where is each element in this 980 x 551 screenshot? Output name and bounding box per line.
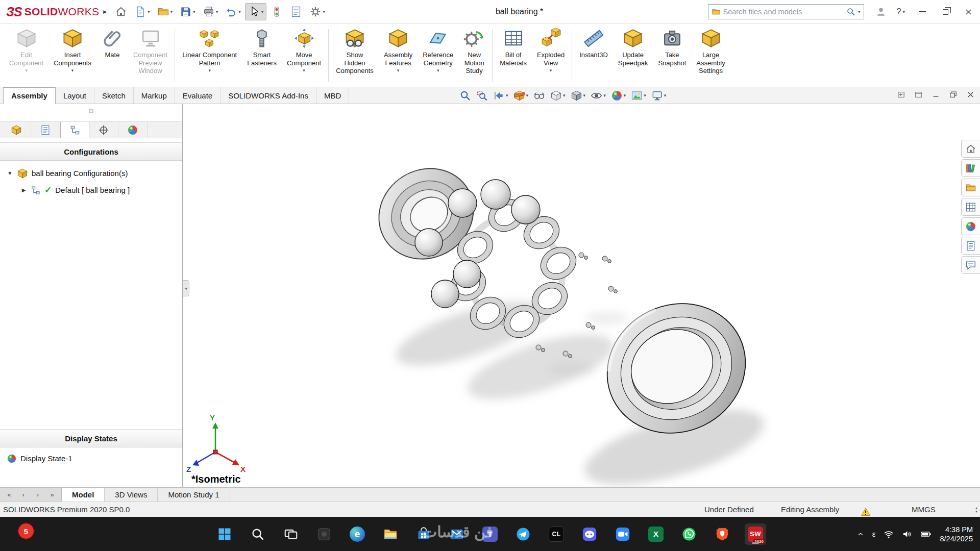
- edit-appearance-button[interactable]: ▾: [611, 90, 626, 102]
- tab-evaluate[interactable]: Evaluate: [175, 87, 220, 104]
- previous-tab-button[interactable]: ‹: [16, 488, 31, 502]
- minimize-button[interactable]: [911, 0, 934, 23]
- mate-button[interactable]: Mate: [96, 24, 128, 87]
- zoom-to-fit-button[interactable]: [459, 90, 471, 102]
- reference-geometry-button[interactable]: ReferenceGeometry▾: [418, 24, 458, 87]
- help-dropdown-caret[interactable]: ▾: [902, 10, 905, 14]
- edge-icon[interactable]: e: [347, 523, 368, 545]
- dropdown-caret-icon[interactable]: ▾: [216, 10, 218, 14]
- print-button[interactable]: ▾: [200, 3, 222, 20]
- dropdown-caret-icon[interactable]: ▾: [644, 93, 646, 98]
- document-float-button[interactable]: [914, 90, 923, 101]
- move-component-button[interactable]: MoveComponent▾: [282, 24, 326, 87]
- toolbar-expand-icon[interactable]: ▶: [103, 9, 107, 14]
- new-document-button[interactable]: ▾: [131, 3, 153, 20]
- dropdown-caret-icon[interactable]: ▾: [397, 68, 400, 73]
- show-hidden-components-button[interactable]: ShowHiddenComponents: [331, 24, 379, 87]
- close-button[interactable]: [957, 0, 980, 23]
- tree-item-default-configuration[interactable]: ▶ ✓ Default [ ball bearing ]: [0, 182, 182, 198]
- dropdown-caret-icon[interactable]: ▾: [323, 10, 325, 14]
- section-view-button[interactable]: ▾: [513, 90, 529, 102]
- language-indicator[interactable]: ε: [872, 530, 876, 538]
- dropdown-caret-icon[interactable]: ▾: [208, 68, 211, 73]
- task-report-button[interactable]: [287, 3, 305, 20]
- collapse-icon[interactable]: ▼: [7, 170, 13, 176]
- file-explorer-tab[interactable]: [961, 179, 980, 196]
- telegram-icon[interactable]: [512, 523, 534, 545]
- dropdown-caret-icon[interactable]: ▾: [526, 93, 529, 98]
- propertymanager-tab[interactable]: [31, 122, 60, 138]
- featuremanager-tab[interactable]: [2, 122, 31, 138]
- start-icon[interactable]: [214, 523, 235, 545]
- view-orientation-button[interactable]: ▾: [550, 90, 566, 102]
- dropdown-caret-icon[interactable]: ▾: [71, 68, 74, 73]
- document-dock-button[interactable]: [897, 90, 905, 101]
- dropdown-caret-icon[interactable]: ▾: [583, 93, 586, 98]
- document-close-button[interactable]: [966, 90, 975, 101]
- search-input[interactable]: [723, 8, 844, 16]
- search-box[interactable]: ▾: [708, 4, 864, 19]
- bill-of-materials-button[interactable]: Bill ofMaterials: [495, 24, 532, 87]
- appearances-scenes-tab[interactable]: [961, 217, 980, 235]
- user-avatar-icon[interactable]: [875, 6, 887, 17]
- view-palette-tab[interactable]: [961, 198, 980, 216]
- dropdown-caret-icon[interactable]: ▾: [550, 68, 552, 73]
- design-library-tab[interactable]: [961, 159, 980, 177]
- clock[interactable]: 4:38 PM 8/24/2025: [940, 525, 973, 543]
- volume-icon[interactable]: [902, 529, 912, 539]
- large-assembly-settings-button[interactable]: LargeAssemblySettings: [691, 24, 730, 87]
- search-dropdown-caret[interactable]: ▾: [858, 10, 861, 14]
- document-minimize-button[interactable]: [932, 90, 940, 101]
- maximize-button[interactable]: [934, 0, 957, 23]
- tab-model[interactable]: Model: [62, 488, 105, 502]
- units-label[interactable]: MMGS: [912, 502, 936, 517]
- notification-badge[interactable]: 5: [18, 523, 34, 539]
- dropdown-caret-icon[interactable]: ▾: [238, 10, 241, 14]
- document-restore-button[interactable]: [949, 90, 958, 101]
- dropdown-caret-icon[interactable]: ▾: [148, 10, 150, 14]
- brave-icon[interactable]: [712, 523, 733, 545]
- select-button[interactable]: ▾: [245, 3, 267, 20]
- help-button[interactable]: ?▾: [897, 7, 905, 16]
- open-button[interactable]: ▾: [154, 3, 176, 20]
- take-snapshot-button[interactable]: TakeSnapshot: [653, 24, 691, 87]
- dropdown-caret-icon[interactable]: ▾: [170, 10, 173, 14]
- dropdown-caret-icon[interactable]: ▾: [563, 93, 566, 98]
- wifi-icon[interactable]: [884, 529, 894, 539]
- graphics-area[interactable]: Y X Z *Isometric ◂: [183, 104, 980, 487]
- display-style-button[interactable]: ▾: [571, 90, 586, 102]
- displaymanager-tab[interactable]: [118, 122, 148, 138]
- dropdown-caret-icon[interactable]: ▾: [261, 10, 264, 14]
- statusbar-expander[interactable]: ▴▾: [975, 502, 977, 517]
- custom-properties-tab[interactable]: [961, 237, 980, 255]
- tree-item-configurations-root[interactable]: ▼ ball bearing Configuration(s): [0, 165, 182, 182]
- previous-view-button[interactable]: ▾: [493, 90, 508, 102]
- apply-scene-button[interactable]: ▾: [631, 90, 646, 102]
- tray-chevron-icon[interactable]: [857, 531, 864, 538]
- search-icon[interactable]: [247, 523, 268, 545]
- insert-components-button[interactable]: InsertComponents▾: [48, 24, 96, 87]
- configurationmanager-tab[interactable]: [60, 122, 89, 138]
- whatsapp-icon[interactable]: [678, 523, 700, 545]
- battery-icon[interactable]: [920, 529, 932, 540]
- next-tab-button[interactable]: ›: [31, 488, 45, 502]
- tab-sketch[interactable]: Sketch: [94, 87, 134, 104]
- file-explorer-icon[interactable]: [380, 523, 401, 545]
- xpress-products-button[interactable]: [267, 3, 286, 20]
- first-tab-button[interactable]: «: [2, 488, 16, 502]
- update-speedpak-button[interactable]: UpdateSpeedpak: [613, 24, 653, 87]
- dimxpertmanager-tab[interactable]: [89, 122, 118, 138]
- tab-layout[interactable]: Layout: [56, 87, 94, 104]
- save-button[interactable]: ▾: [177, 3, 199, 20]
- tab-markup[interactable]: Markup: [134, 87, 175, 104]
- solidworks-resources-tab[interactable]: [961, 140, 980, 158]
- tab-motion-study-1[interactable]: Motion Study 1: [158, 488, 230, 502]
- dropdown-caret-icon[interactable]: ▾: [303, 68, 305, 73]
- expand-icon[interactable]: ▶: [20, 187, 27, 193]
- assembly-features-button[interactable]: AssemblyFeatures▾: [379, 24, 418, 87]
- pinned-app-icon[interactable]: [313, 523, 335, 545]
- display-state-item[interactable]: Display State-1: [0, 450, 182, 467]
- zoom-icon[interactable]: [612, 523, 633, 545]
- tab-assembly[interactable]: Assembly: [3, 87, 56, 104]
- linear-component-pattern-button[interactable]: Linear ComponentPattern▾: [177, 24, 242, 87]
